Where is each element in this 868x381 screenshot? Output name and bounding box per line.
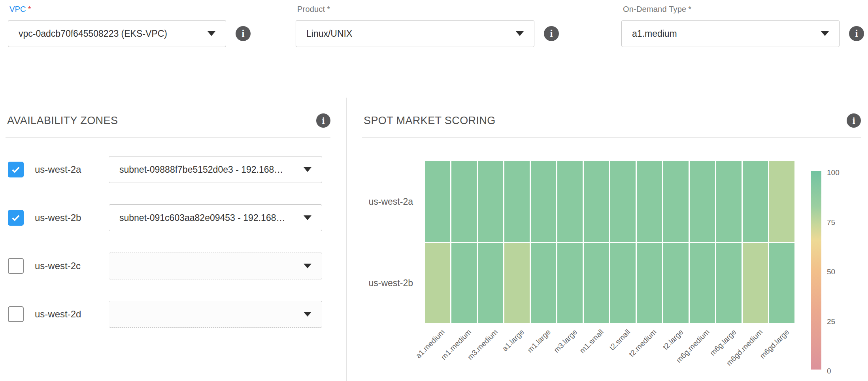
subnet-select-us-west-2c[interactable]: [109, 253, 322, 279]
heatmap-cell-us-west-2a-m6g.medium[interactable]: [690, 161, 715, 242]
product-field-row: Linux/UNIX i: [296, 20, 559, 47]
heatmap-cell-us-west-2b-m6gd.medium[interactable]: [743, 243, 768, 324]
product-info-icon[interactable]: i: [544, 26, 559, 41]
availability-zones-header: AVAILABILITY ZONES i: [7, 113, 330, 128]
on-demand-type-info-icon[interactable]: i: [849, 26, 864, 41]
legend-tick-label: 75: [827, 218, 849, 227]
heatmap-cell-us-west-2a-t2.medium[interactable]: [637, 161, 662, 242]
heatmap-cell-us-west-2a-m1.small[interactable]: [584, 161, 609, 242]
subnet-select-value: subnet-091c603aa82e09453 - 192.168…: [119, 213, 296, 223]
vpc-label-text: VPC: [9, 5, 26, 13]
az-checkbox-us-west-2c[interactable]: [8, 258, 24, 274]
on-demand-type-label-text: On-Demand Type: [623, 5, 686, 13]
heatmap-cell-us-west-2b-m1.large[interactable]: [531, 243, 556, 324]
chevron-down-icon: [304, 264, 311, 268]
az-zone-label: us-west-2c: [35, 260, 109, 272]
heatmap-cell-us-west-2a-m6g.large[interactable]: [716, 161, 742, 242]
availability-zones-rows: us-west-2asubnet-09888f7be5152d0e3 - 192…: [8, 156, 330, 349]
on-demand-type-field: On-Demand Type* a1.medium i: [621, 5, 864, 47]
spot-market-scoring-title: SPOT MARKET SCORING: [364, 115, 496, 127]
on-demand-type-select-value: a1.medium: [632, 28, 814, 39]
heatmap-cell-us-west-2b-a1.large[interactable]: [504, 243, 530, 324]
availability-zones-info-icon[interactable]: i: [316, 113, 330, 128]
heatmap-cell-us-west-2b-m3.large[interactable]: [557, 243, 583, 324]
legend-tick-label: 100: [827, 168, 849, 177]
product-label: Product*: [297, 5, 559, 14]
vpc-field-row: vpc-0adcb70f645508223 (EKS-VPC) i: [8, 20, 251, 47]
chevron-down-icon: [208, 31, 215, 36]
heatmap-cell-us-west-2b-m1.small[interactable]: [584, 243, 609, 324]
subnet-select-value: subnet-09888f7be5152d0e3 - 192.168…: [119, 164, 296, 175]
heatmap-cell-us-west-2a-t2.large[interactable]: [663, 161, 689, 242]
heatmap-cell-us-west-2a-m6gd.medium[interactable]: [743, 161, 768, 242]
product-select-value: Linux/UNIX: [306, 28, 509, 39]
spot-market-scoring-divider: [362, 137, 861, 138]
heatmap-cell-us-west-2b-m6g.large[interactable]: [716, 243, 742, 324]
heatmap-cell-us-west-2a-m1.large[interactable]: [531, 161, 556, 242]
subnet-select-us-west-2b[interactable]: subnet-091c603aa82e09453 - 192.168…: [109, 204, 322, 231]
required-asterisk: *: [28, 5, 31, 13]
heatmap-grid: [425, 161, 794, 323]
az-row-us-west-2b: us-west-2bsubnet-091c603aa82e09453 - 192…: [8, 204, 330, 231]
spot-instance-config-page: VPC* vpc-0adcb70f645508223 (EKS-VPC) i P…: [0, 0, 868, 381]
vpc-select-value: vpc-0adcb70f645508223 (EKS-VPC): [19, 28, 200, 39]
subnet-select-us-west-2d[interactable]: [109, 301, 322, 328]
heatmap-cell-us-west-2b-a1.medium[interactable]: [425, 243, 450, 324]
heatmap-col-label: a1.large: [501, 328, 526, 353]
heatmap-cell-us-west-2a-m1.medium[interactable]: [451, 161, 477, 242]
heatmap-col-labels: a1.mediumm1.mediumm3.mediuma1.largem1.la…: [425, 328, 794, 381]
legend-tick-label: 50: [827, 268, 849, 276]
product-select[interactable]: Linux/UNIX: [296, 20, 534, 47]
legend-tick-label: 0: [827, 367, 849, 375]
heatmap-cell-us-west-2b-m6gd.large[interactable]: [769, 243, 794, 324]
heatmap-row-label: us-west-2a: [350, 196, 413, 207]
legend-tick-label: 25: [827, 317, 849, 326]
chevron-down-icon: [304, 215, 311, 220]
az-zone-label: us-west-2d: [35, 309, 109, 320]
az-row-us-west-2c: us-west-2c: [8, 253, 330, 279]
vpc-field: VPC* vpc-0adcb70f645508223 (EKS-VPC) i: [8, 5, 251, 47]
availability-zones-title: AVAILABILITY ZONES: [7, 115, 118, 127]
heatmap-cell-us-west-2b-t2.small[interactable]: [610, 243, 636, 324]
section-divider: [346, 98, 347, 381]
vpc-info-icon[interactable]: i: [236, 26, 251, 41]
heatmap-cell-us-west-2a-m3.large[interactable]: [557, 161, 583, 242]
chevron-down-icon: [304, 312, 311, 317]
spot-market-scoring-header: SPOT MARKET SCORING i: [364, 113, 861, 128]
heatmap-legend-bar: [811, 171, 821, 370]
on-demand-type-label: On-Demand Type*: [623, 5, 864, 14]
vpc-select[interactable]: vpc-0adcb70f645508223 (EKS-VPC): [8, 20, 226, 47]
product-label-text: Product: [297, 5, 325, 13]
az-checkbox-us-west-2b[interactable]: [8, 210, 24, 226]
heatmap-row-label: us-west-2b: [350, 277, 413, 289]
spot-market-scoring-info-icon[interactable]: i: [847, 113, 861, 128]
product-field: Product* Linux/UNIX i: [296, 5, 559, 47]
az-checkbox-us-west-2d[interactable]: [8, 306, 24, 322]
az-zone-label: us-west-2a: [35, 164, 109, 175]
required-asterisk: *: [327, 5, 330, 13]
heatmap-cell-us-west-2b-t2.medium[interactable]: [637, 243, 662, 324]
chevron-down-icon: [516, 31, 524, 36]
heatmap-cell-us-west-2b-m6g.medium[interactable]: [690, 243, 715, 324]
heatmap-cell-us-west-2a-t2.small[interactable]: [610, 161, 636, 242]
heatmap-cell-us-west-2b-t2.large[interactable]: [663, 243, 689, 324]
az-checkbox-us-west-2a[interactable]: [8, 162, 24, 177]
az-row-us-west-2a: us-west-2asubnet-09888f7be5152d0e3 - 192…: [8, 156, 330, 183]
heatmap-cell-us-west-2a-m6gd.large[interactable]: [769, 161, 794, 242]
heatmap-col-label: t2.large: [661, 328, 685, 351]
heatmap-cell-us-west-2b-m3.medium[interactable]: [478, 243, 503, 324]
heatmap-cell-us-west-2b-m1.medium[interactable]: [451, 243, 477, 324]
heatmap-col-label: m1.small: [578, 328, 605, 355]
on-demand-type-select[interactable]: a1.medium: [621, 20, 840, 47]
required-asterisk: *: [688, 5, 691, 13]
heatmap-cell-us-west-2a-m3.medium[interactable]: [478, 161, 503, 242]
heatmap-col-label: t2.small: [608, 328, 632, 352]
chevron-down-icon: [304, 167, 311, 172]
vpc-label: VPC*: [9, 5, 251, 14]
on-demand-type-field-row: a1.medium i: [621, 20, 864, 47]
heatmap-cell-us-west-2a-a1.large[interactable]: [504, 161, 530, 242]
subnet-select-us-west-2a[interactable]: subnet-09888f7be5152d0e3 - 192.168…: [109, 156, 322, 183]
az-row-us-west-2d: us-west-2d: [8, 301, 330, 328]
availability-zones-divider: [6, 137, 330, 138]
heatmap-cell-us-west-2a-a1.medium[interactable]: [425, 161, 450, 242]
